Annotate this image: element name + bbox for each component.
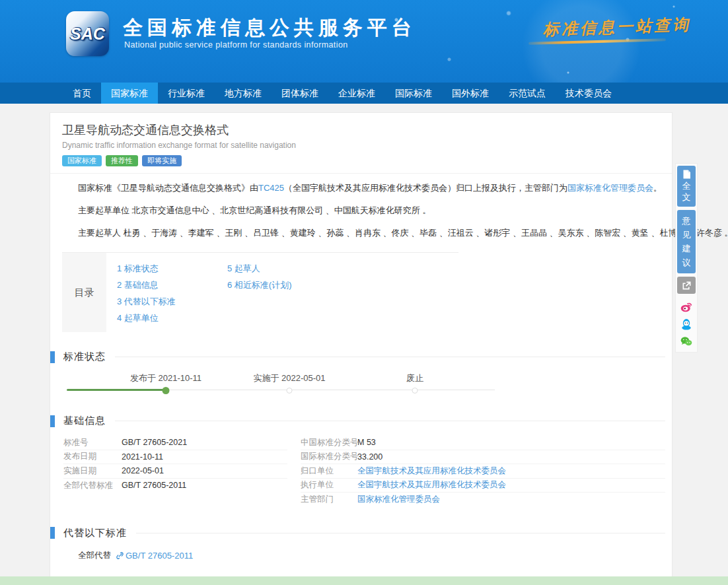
- nav-item-国际标准[interactable]: 国际标准: [385, 83, 442, 104]
- info-label: 主管部门: [301, 494, 357, 505]
- nav-item-团体标准[interactable]: 团体标准: [272, 83, 328, 104]
- info-value[interactable]: 全国宇航技术及其应用标准化技术委员会: [357, 465, 506, 477]
- main-nav: 首页国家标准行业标准地方标准团体标准企业标准国际标准国外标准示范试点技术委员会: [0, 83, 728, 104]
- nav-item-行业标准[interactable]: 行业标准: [158, 83, 215, 104]
- slogan-calligraphy: 标准信息一站查询: [543, 14, 692, 40]
- intro-p1-mid-text: （全国宇航技术及其应用标准化技术委员会）归口上报及执行，主管部门为: [284, 183, 567, 193]
- section-header-replace: 代替以下标准: [50, 527, 672, 539]
- nav-item-技术委员会[interactable]: 技术委员会: [556, 83, 622, 104]
- section-header-basic: 基础信息: [50, 415, 672, 427]
- table-row: 国际标准分类号33.200: [301, 450, 665, 465]
- status-timeline: 发布于 2021-10-11实施于 2022-05-01废止: [67, 367, 511, 404]
- intro-paragraph-drafters: 主要起草人 杜勇 、于海涛 、李建军 、王刚 、吕卫锋 、黄建玲 、孙蕊 、肖冉…: [78, 226, 660, 240]
- standard-detail-card: 卫星导航动态交通信息交换格式 Dynamic traffic informati…: [50, 112, 673, 576]
- toc-column-1: 1 标准状态2 基础信息3 代替以下标准4 起草单位: [117, 260, 227, 326]
- share-icon: [682, 281, 692, 291]
- timeline-label: 发布于 2021-10-11: [130, 372, 201, 384]
- intro-paragraph-authority: 国家标准《卫星导航动态交通信息交换格式》由TC425（全国宇航技术及其应用标准化…: [78, 182, 660, 195]
- chain-link-icon: [116, 551, 124, 560]
- info-label: 归口单位: [301, 465, 357, 477]
- table-row: 归口单位全国宇航技术及其应用标准化技术委员会: [301, 464, 665, 479]
- info-value: 2022-05-01: [122, 466, 164, 475]
- table-row: 全部代替标准GB/T 27605-2011: [63, 479, 287, 493]
- info-label: 全部代替标准: [63, 480, 122, 491]
- info-label: 国际标准分类号: [301, 451, 357, 462]
- basic-info-left-column: 标准号GB/T 27605-2021发布日期2021-10-11实施日期2022…: [63, 436, 287, 507]
- toc-label: 目录: [62, 253, 106, 332]
- section-title-replace: 代替以下标准: [63, 527, 127, 539]
- nav-item-首页[interactable]: 首页: [63, 83, 101, 104]
- replace-label: 全部代替: [78, 550, 111, 561]
- toc-link[interactable]: 2 基础信息: [117, 277, 227, 293]
- nav-item-示范试点[interactable]: 示范试点: [499, 83, 556, 104]
- standard-title-en: Dynamic traffic information exchange for…: [62, 141, 660, 151]
- footer-green-bar: [0, 576, 728, 585]
- toc-column-2: 5 起草人6 相近标准(计划): [227, 260, 458, 326]
- section-rule: [115, 421, 665, 421]
- replace-info-line: 全部代替 GB/T 27605-2011: [78, 550, 672, 561]
- timeline-label: 实施于 2022-05-01: [253, 372, 325, 384]
- info-label: 发布日期: [63, 451, 122, 462]
- nav-item-国家标准[interactable]: 国家标准: [101, 83, 158, 104]
- fulltext-label: 全文: [682, 180, 691, 203]
- section-rule: [136, 533, 665, 533]
- table-row: 执行单位全国宇航技术及其应用标准化技术委员会: [301, 479, 665, 493]
- weibo-share-icon[interactable]: [680, 300, 693, 314]
- section-rule: [115, 357, 665, 357]
- feedback-button[interactable]: 意见建议: [677, 210, 696, 273]
- sac-logo[interactable]: SAC: [66, 11, 109, 56]
- nav-item-企业标准[interactable]: 企业标准: [328, 83, 385, 104]
- qq-share-icon[interactable]: [680, 318, 693, 331]
- info-value[interactable]: 国家标准化管理委员会: [357, 494, 440, 505]
- table-row: 发布日期2021-10-11: [63, 450, 287, 465]
- timeline-dot: [412, 388, 418, 394]
- table-row: 实施日期2022-05-01: [63, 464, 287, 479]
- table-row: 主管部门国家标准化管理委员会: [301, 493, 665, 507]
- basic-info-right-column: 中国标准分类号M 53国际标准分类号33.200归口单位全国宇航技术及其应用标准…: [301, 436, 665, 507]
- info-value: 2021-10-11: [122, 452, 163, 462]
- site-header: SAC 全国标准信息公共服务平台 National public service…: [0, 0, 728, 83]
- info-label: 中国标准分类号: [301, 437, 357, 448]
- intro-p1-text: 国家标准《卫星导航动态交通信息交换格式》由: [78, 183, 258, 193]
- feedback-label: 意见建议: [682, 214, 691, 269]
- fulltext-button[interactable]: 全文: [677, 166, 696, 207]
- nav-item-地方标准[interactable]: 地方标准: [215, 83, 272, 104]
- info-value: M 53: [357, 438, 376, 447]
- section-header-status: 标准状态: [50, 351, 672, 363]
- info-value[interactable]: 全国宇航技术及其应用标准化技术委员会: [357, 479, 506, 491]
- toc-link[interactable]: 1 标准状态: [117, 260, 227, 277]
- info-value: 33.200: [357, 452, 382, 462]
- table-of-contents: 目录 1 标准状态2 基础信息3 代替以下标准4 起草单位 5 起草人6 相近标…: [62, 252, 458, 332]
- title-block: 卫星导航动态交通信息交换格式 Dynamic traffic informati…: [50, 113, 672, 174]
- section-bar: [50, 415, 55, 427]
- intro-block: 国家标准《卫星导航动态交通信息交换格式》由TC425（全国宇航技术及其应用标准化…: [50, 174, 672, 240]
- toc-link[interactable]: 6 相近标准(计划): [227, 277, 458, 293]
- section-title-basic: 基础信息: [63, 415, 106, 427]
- nav-item-国外标准[interactable]: 国外标准: [442, 83, 499, 104]
- wechat-share-icon[interactable]: [680, 335, 693, 348]
- sac-logo-text: SAC: [70, 24, 105, 44]
- toc-link[interactable]: 4 起草单位: [117, 310, 227, 326]
- toc-link[interactable]: 3 代替以下标准: [117, 293, 227, 310]
- toc-link[interactable]: 5 起草人: [227, 260, 458, 277]
- info-label: 标准号: [63, 437, 122, 448]
- table-row: 标准号GB/T 27605-2021: [63, 436, 287, 450]
- tc425-link[interactable]: TC425: [258, 183, 284, 193]
- sac-committee-link[interactable]: 国家标准化管理委员会: [567, 183, 653, 193]
- replaced-standard-link[interactable]: GB/T 27605-2011: [126, 551, 193, 561]
- status-badge: 即将实施: [142, 155, 182, 166]
- info-label: 实施日期: [63, 465, 122, 477]
- status-badge: 国家标准: [62, 155, 102, 166]
- basic-info-table: 标准号GB/T 27605-2021发布日期2021-10-11实施日期2022…: [63, 436, 665, 507]
- status-badge: 推荐性: [106, 155, 138, 166]
- side-tool-panel: 全文 意见建议: [675, 163, 698, 353]
- section-bar: [50, 351, 55, 363]
- timeline-dot: [287, 388, 293, 394]
- info-value: GB/T 27605-2021: [122, 438, 187, 447]
- timeline-label: 废止: [406, 372, 423, 384]
- timeline-track-done: [67, 389, 166, 391]
- share-button[interactable]: [677, 277, 696, 294]
- info-value: GB/T 27605-2011: [122, 481, 186, 490]
- intro-p1-end: 。: [653, 183, 662, 193]
- section-title-status: 标准状态: [63, 351, 106, 363]
